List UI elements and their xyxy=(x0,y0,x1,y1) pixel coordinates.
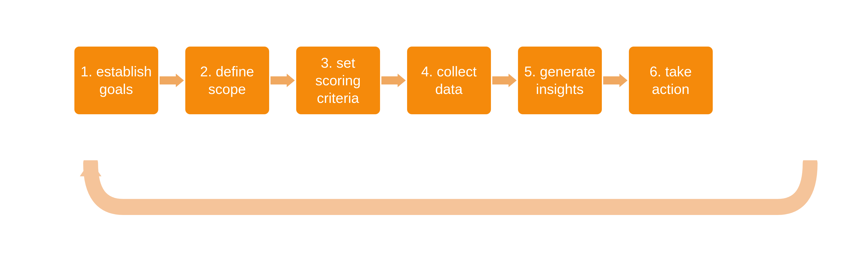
step-4-label: 4. collect data xyxy=(412,63,486,98)
arrow-5-6 xyxy=(602,72,629,89)
arrow-icon-1 xyxy=(160,72,184,89)
step-box-5: 5. generate insights xyxy=(518,47,602,114)
arrow-icon-3 xyxy=(381,72,406,89)
step-5-label: 5. generate insights xyxy=(523,63,596,98)
arrow-icon-5 xyxy=(603,72,627,89)
svg-marker-3 xyxy=(492,74,517,87)
step-6-label: 6. take action xyxy=(634,63,707,98)
step-box-4: 4. collect data xyxy=(407,47,491,114)
arrow-icon-4 xyxy=(492,72,517,89)
svg-marker-2 xyxy=(381,74,406,87)
arrow-3-4 xyxy=(380,72,407,89)
process-diagram: 1. establish goals 2. define scope 3. se… xyxy=(42,25,826,236)
arrow-1-2 xyxy=(158,72,185,89)
svg-marker-6 xyxy=(80,160,101,176)
svg-marker-1 xyxy=(271,74,295,87)
svg-marker-0 xyxy=(160,74,184,87)
step-box-2: 2. define scope xyxy=(185,47,269,114)
step-box-3: 3. set scoring criteria xyxy=(296,47,380,114)
step-3-label: 3. set scoring criteria xyxy=(302,54,375,107)
arrow-4-5 xyxy=(491,72,518,89)
step-box-1: 1. establish goals xyxy=(74,47,158,114)
arrow-icon-2 xyxy=(271,72,295,89)
svg-marker-4 xyxy=(603,74,627,87)
feedback-arrow xyxy=(74,160,826,236)
steps-row: 1. establish goals 2. define scope 3. se… xyxy=(42,47,713,114)
step-2-label: 2. define scope xyxy=(191,63,264,98)
step-box-6: 6. take action xyxy=(629,47,713,114)
feedback-arrow-svg xyxy=(74,160,826,236)
arrow-2-3 xyxy=(269,72,296,89)
step-1-label: 1. establish goals xyxy=(80,63,153,98)
